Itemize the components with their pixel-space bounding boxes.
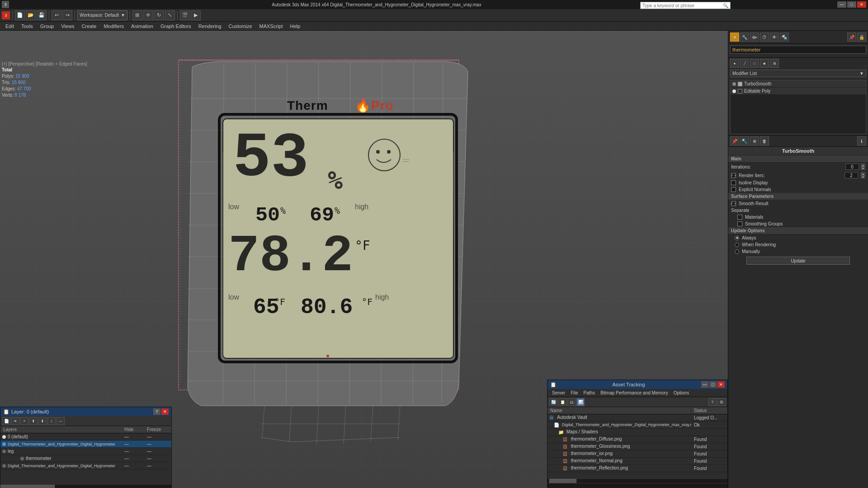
hierarchy-tab-icon[interactable]: ⟴ — [750, 33, 759, 42]
scale-button[interactable]: ⤡ — [165, 10, 175, 20]
menu-edit[interactable]: Edit — [2, 23, 18, 30]
undo-button[interactable]: ↩ — [52, 10, 61, 20]
menu-graph-editors[interactable]: Graph Editors — [157, 23, 195, 30]
smoothing-groups-checkbox[interactable] — [737, 221, 742, 226]
polygon-icon[interactable]: ■ — [760, 59, 769, 68]
layer-tool-7[interactable]: ↔ — [57, 417, 65, 425]
select-button[interactable]: ⊞ — [132, 10, 142, 20]
minimize-button[interactable]: — — [837, 1, 846, 8]
iterations-down[interactable]: ▼ — [861, 167, 865, 170]
search-box[interactable]: 🔍 — [640, 2, 731, 9]
layer-minimize[interactable]: ? — [153, 408, 160, 415]
iterations-up[interactable]: ▲ — [861, 164, 865, 167]
layer-tool-5[interactable]: ⬇ — [38, 417, 47, 425]
asset-row-glossiness[interactable]: 🖼 thermometer_Glossiness.png Found — [547, 443, 727, 450]
search-input[interactable] — [642, 3, 723, 8]
layer-scrollbar[interactable] — [0, 485, 171, 488]
layer-tool-4[interactable]: ⬆ — [29, 417, 38, 425]
when-rendering-radio[interactable] — [735, 243, 739, 247]
asset-tool-1[interactable]: 🔄 — [549, 398, 557, 406]
element-icon[interactable]: ⊞ — [770, 59, 779, 68]
save-button[interactable]: 💾 — [37, 10, 47, 20]
asset-row-main-file[interactable]: 📄 Digital_Thermometer_and_Hygrometer_Dig… — [547, 422, 727, 429]
motion-tab-icon[interactable]: ⏱ — [760, 33, 769, 42]
asset-row-reflection[interactable]: 🖼 thermometer_Reflection.png Found — [547, 465, 727, 472]
modifier-show-end-result[interactable]: 🔦 — [740, 136, 749, 145]
asset-menu-file[interactable]: File — [568, 390, 580, 396]
menu-views[interactable]: Views — [57, 23, 78, 30]
layer-delete-button[interactable]: ✕ — [11, 417, 19, 425]
layer-row-thermo-obj[interactable]: thermometer — — — [0, 455, 171, 462]
render-iters-down[interactable]: ▼ — [861, 175, 865, 178]
manually-radio[interactable] — [735, 249, 739, 254]
open-button[interactable]: 📂 — [26, 10, 36, 20]
maximize-button[interactable]: □ — [847, 1, 856, 8]
smooth-result-checkbox[interactable]: ✓ — [731, 201, 736, 206]
menu-group[interactable]: Group — [37, 23, 58, 30]
layer-add-button[interactable]: + — [20, 417, 28, 425]
asset-tool-2[interactable]: 📋 — [558, 398, 566, 406]
layer-row-default[interactable]: 0 (default) — — — [0, 433, 171, 441]
iterations-value[interactable]: 0 — [845, 164, 859, 170]
object-name-input[interactable] — [730, 46, 866, 54]
menu-tools[interactable]: Tools — [18, 23, 37, 30]
asset-horizontal-scrollbar[interactable] — [547, 479, 727, 483]
asset-row-vault[interactable]: 🏛 Autodesk Vault Logged O... — [547, 414, 727, 422]
isoline-display-checkbox[interactable] — [731, 180, 736, 185]
asset-row-normal[interactable]: 🖼 thermometer_Normal.png Found — [547, 458, 727, 465]
redo-button[interactable]: ↪ — [62, 10, 72, 20]
menu-create[interactable]: Create — [78, 23, 100, 30]
move-button[interactable]: ✛ — [143, 10, 153, 20]
render-iters-checkbox[interactable]: ✓ — [731, 173, 736, 178]
render-setup-button[interactable]: 🎬 — [180, 10, 190, 20]
modifier-make-unique[interactable]: ⊕ — [750, 136, 759, 145]
menu-animation[interactable]: Animation — [127, 23, 157, 30]
modifier-list-dropdown-icon[interactable]: ▼ — [859, 71, 864, 76]
new-button[interactable]: 📄 — [15, 10, 25, 20]
modifier-editable-poly[interactable]: Editable Poly — [731, 88, 866, 95]
lock-icon[interactable]: 🔒 — [857, 33, 866, 42]
modifier-channel-info[interactable]: ℹ — [857, 136, 866, 145]
menu-rendering[interactable]: Rendering — [195, 23, 225, 30]
workspace-selector[interactable]: Workspace: Default ▼ — [77, 10, 127, 20]
border-icon[interactable]: □ — [750, 59, 759, 68]
asset-row-diffuse[interactable]: 🖼 thermometer_Diffuse.png Found — [547, 436, 727, 443]
asset-menu-options[interactable]: Options — [671, 390, 692, 396]
asset-tracking-restore[interactable]: □ — [709, 381, 717, 388]
render-iters-value[interactable]: 2 — [844, 172, 858, 178]
asset-row-maps[interactable]: 📁 Maps / Shaders — [547, 429, 727, 436]
asset-menu-paths[interactable]: Paths — [581, 390, 598, 396]
modifier-pin-button[interactable]: 📌 — [730, 136, 739, 145]
asset-tool-settings[interactable]: ⚙ — [717, 398, 726, 406]
layer-tool-6[interactable]: ↕ — [47, 417, 56, 425]
render-iters-up[interactable]: ▲ — [861, 172, 865, 175]
edge-icon[interactable]: ╱ — [740, 59, 749, 68]
layer-row-thermometer[interactable]: Digital_Thermometer_and_Hygrometer_Digit… — [0, 441, 171, 448]
modifier-editable-poly-checkbox[interactable] — [738, 89, 742, 94]
asset-tracking-close[interactable]: ✕ — [717, 381, 725, 388]
asset-menu-bitmap[interactable]: Bitmap Performance and Memory — [598, 390, 671, 396]
asset-tracking-minimize[interactable]: — — [701, 381, 708, 388]
layer-close[interactable]: ✕ — [161, 408, 169, 415]
modifier-turbosmooth[interactable]: TurboSmooth — [731, 80, 866, 88]
modify-tab-icon[interactable]: 🔧 — [740, 33, 749, 42]
explicit-normals-checkbox[interactable] — [731, 187, 736, 192]
menu-customize[interactable]: Customize — [225, 23, 256, 30]
menu-maxscript[interactable]: MAXScript — [256, 23, 287, 30]
close-button[interactable]: ✕ — [857, 1, 866, 8]
asset-tool-4[interactable]: 📊 — [576, 398, 585, 406]
asset-tool-3[interactable]: 🗂 — [567, 398, 576, 406]
modifier-turbosmooth-checkbox[interactable] — [738, 82, 742, 86]
asset-menu-server[interactable]: Server — [549, 390, 568, 396]
materials-checkbox[interactable] — [737, 215, 742, 220]
vertex-icon[interactable]: ● — [730, 59, 739, 68]
create-tab-icon[interactable]: ✦ — [730, 33, 739, 42]
layer-row-digi-hygro[interactable]: Digital_Thermometer_and_Hygrometer_Digit… — [0, 462, 171, 469]
asset-row-ior[interactable]: 🖼 thermometer_ior.png Found — [547, 450, 727, 458]
update-button[interactable]: Update — [746, 257, 850, 265]
asset-tool-help[interactable]: ? — [708, 398, 717, 406]
menu-help[interactable]: Help — [287, 23, 304, 30]
layer-scrollbar-thumb[interactable] — [0, 485, 55, 488]
modifier-remove[interactable]: 🗑 — [760, 136, 769, 145]
always-radio[interactable] — [735, 236, 739, 240]
